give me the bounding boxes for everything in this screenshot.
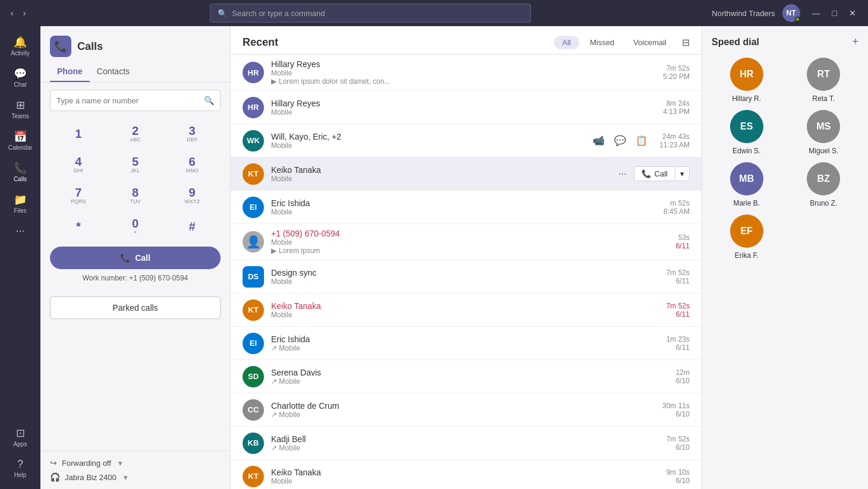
minimize-button[interactable]: — (807, 7, 825, 19)
tab-contacts[interactable]: Contacts (90, 62, 137, 82)
call-row[interactable]: SD Serena Davis ↗ Mobile 12m 6/10 (231, 360, 702, 393)
search-input[interactable] (232, 9, 523, 18)
call-duration: 12m (676, 368, 690, 377)
recent-header: Recent All Missed Voicemail ⊟ (231, 26, 702, 55)
sidebar-item-more[interactable]: ··· (2, 220, 38, 242)
call-row[interactable]: KB Kadji Bell ↗ Mobile 7m 52s 6/10 (231, 427, 702, 460)
sidebar-item-files[interactable]: 📁 Files (2, 188, 38, 219)
search-number-icon: 🔍 (204, 96, 214, 105)
search-number-row[interactable]: 🔍 (50, 90, 221, 111)
call-name: Kadji Bell (271, 434, 662, 444)
call-info-charlotte: Charlotte de Crum ↗ Mobile (271, 401, 658, 419)
call-row[interactable]: DS Design sync Mobile 7m 52s 6/11 (231, 260, 702, 294)
call-duration: 53s (678, 234, 690, 242)
nav-back-button[interactable]: ‹ (7, 6, 17, 20)
sidebar-item-activity[interactable]: 🔔 Activity (2, 31, 38, 61)
left-panel-footer: ↪ Forwarding off ▾ 🎧 Jabra Biz 2400 ▾ (40, 450, 230, 489)
speed-dial-item-reta[interactable]: RT Reta T. (789, 58, 859, 103)
call-sub: ↗ Mobile (271, 411, 658, 419)
call-name: Hillary Reyes (271, 59, 658, 69)
avatar-keiko-3: KT (243, 466, 264, 487)
filter-missed[interactable]: Missed (581, 36, 622, 49)
sidebar-item-chat[interactable]: 💬 Chat (2, 62, 38, 93)
dial-key-7[interactable]: 7PQRS (50, 180, 107, 211)
call-sub: Mobile (271, 141, 590, 150)
sidebar-item-help[interactable]: ? Help (2, 453, 38, 483)
user-avatar[interactable]: NT (782, 4, 800, 22)
call-row[interactable]: CC Charlotte de Crum ↗ Mobile 30m 11s 6/… (231, 393, 702, 427)
call-dropdown-button[interactable]: ▾ (675, 166, 690, 181)
parked-calls-button[interactable]: Parked calls (50, 296, 221, 319)
speed-dial-item-erika[interactable]: EF Erika F. (712, 214, 782, 260)
call-row[interactable]: EI Eric Ishida ↗ Mobile 1m 23s 6/11 (231, 327, 702, 360)
call-meta: 8m 24s 4:13 PM (663, 99, 690, 116)
call-meta: 12m 6/10 (676, 368, 690, 385)
call-info-keiko: Keiko Tanaka Mobile (271, 165, 614, 183)
speed-dial-item-edwin[interactable]: ES Edwin S. (712, 110, 782, 155)
dial-key-2[interactable]: 2ABC (107, 118, 164, 149)
sidebar-item-apps[interactable]: ⊡ Apps (2, 422, 38, 452)
tab-phone[interactable]: Phone (50, 62, 90, 82)
call-meta: 1m 23s 6/11 (666, 335, 690, 352)
forwarding-row[interactable]: ↪ Forwarding off ▾ (50, 458, 221, 468)
sidebar-item-calendar[interactable]: 📅 Calendar (2, 125, 38, 156)
files-icon: 📁 (14, 193, 27, 206)
nav-forward-button[interactable]: › (20, 6, 30, 20)
avatar-keiko: KT (243, 163, 264, 185)
org-name: Northwind Traders (712, 9, 775, 18)
play-icon: ▶ (271, 247, 276, 255)
call-button[interactable]: 📞 Call (50, 247, 221, 269)
device-label: Jabra Biz 2400 (65, 473, 117, 482)
sd-avatar-miguel: MS (807, 110, 840, 143)
search-bar[interactable]: 🔍 (210, 4, 531, 23)
video-call-button[interactable]: 📹 (590, 132, 607, 149)
call-row[interactable]: 👤 +1 (509) 670-0594 Mobile ▶ Lorem ipsum… (231, 224, 702, 260)
call-time: 6/11 (676, 277, 690, 285)
calls-title: Calls (77, 40, 103, 53)
sd-avatar-erika: EF (730, 214, 763, 248)
call-time: 6/11 (676, 343, 690, 352)
filter-all[interactable]: All (554, 36, 579, 49)
call-row-keiko[interactable]: KT Keiko Tanaka Mobile ··· 📞 Call ▾ (231, 157, 702, 191)
speed-dial-title: Speed dial (712, 37, 759, 48)
dial-key-8[interactable]: 8TUV (107, 180, 164, 211)
speed-dial-item-marie[interactable]: MB Marie B. (712, 162, 782, 207)
maximize-button[interactable]: □ (828, 7, 842, 19)
filter-icon[interactable]: ⊟ (682, 37, 690, 48)
close-button[interactable]: ✕ (844, 7, 861, 19)
dial-key-1[interactable]: 1 (50, 118, 107, 149)
dial-key-0[interactable]: 0+ (107, 211, 164, 242)
sidebar-item-teams[interactable]: ⊞ Teams (2, 94, 38, 124)
dial-key-star[interactable]: * (50, 211, 107, 242)
call-row[interactable]: EI Eric Ishida Mobile m 52s 8:45 AM (231, 191, 702, 224)
dial-key-3[interactable]: 3DEF (163, 118, 221, 149)
device-row[interactable]: 🎧 Jabra Biz 2400 ▾ (50, 472, 221, 482)
voicemail-call-button[interactable]: 📋 (633, 132, 650, 149)
speed-dial-add-button[interactable]: + (852, 36, 858, 48)
call-row[interactable]: HR Hillary Reyes Mobile 8m 24s 4:13 PM (231, 91, 702, 124)
dial-key-hash[interactable]: # (163, 211, 221, 242)
call-action-button[interactable]: 📞 Call (634, 166, 675, 181)
sidebar-item-calls[interactable]: 📞 Calls (2, 157, 38, 187)
speed-dial-item-miguel[interactable]: MS Miguel S. (789, 110, 859, 155)
call-row[interactable]: KT Keiko Tanaka Mobile 9m 10s 6/10 (231, 460, 702, 489)
call-row[interactable]: HR Hillary Reyes Mobile ▶ Lorem ipsum do… (231, 55, 702, 91)
dial-key-4[interactable]: 4GHI (50, 149, 107, 180)
avatar-charlotte: CC (243, 399, 264, 421)
filter-voicemail[interactable]: Voicemail (625, 36, 675, 49)
call-row[interactable]: WK Will, Kayo, Eric, +2 Mobile 📹 💬 📋 24m… (231, 124, 702, 157)
call-split-button: 📞 Call ▾ (634, 166, 690, 181)
chat-call-button[interactable]: 💬 (612, 132, 628, 149)
call-actions: 📹 💬 📋 (590, 132, 650, 149)
call-sub: ↗ Mobile (271, 444, 662, 452)
dial-key-9[interactable]: 9WXYZ (163, 180, 221, 211)
call-duration: 7m 52s (666, 302, 690, 310)
speed-dial-item-hillary[interactable]: HR Hillary R. (712, 58, 782, 103)
call-name: Keiko Tanaka (271, 165, 614, 175)
search-number-input[interactable] (56, 96, 204, 105)
dial-key-6[interactable]: 6MNO (163, 149, 221, 180)
dial-key-5[interactable]: 5JKL (107, 149, 164, 180)
call-row[interactable]: KT Keiko Tanaka Mobile 7m 52s 6/11 (231, 294, 702, 327)
more-options-button[interactable]: ··· (614, 166, 631, 182)
speed-dial-item-bruno[interactable]: BZ Bruno Z. (789, 162, 859, 207)
